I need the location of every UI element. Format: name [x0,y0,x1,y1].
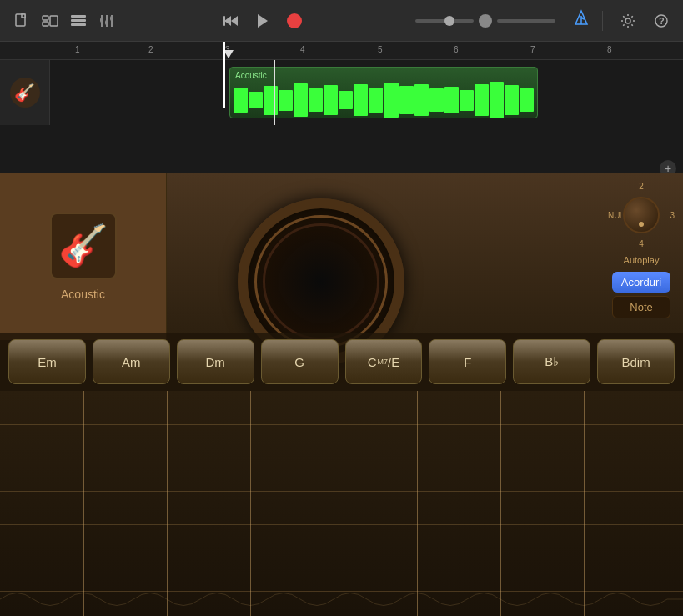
rewind-button[interactable] [218,8,244,34]
wave-bar [429,88,444,112]
ruler-mark-1: 1 [75,45,80,54]
settings-button[interactable] [616,9,640,33]
instrument-area: 🎸 Acoustic 2 3 4 NU 1 Autoplay Ac [0,173,683,616]
wave-bar [369,88,383,113]
svg-rect-3 [43,22,48,26]
chord-button[interactable]: B♭ [513,339,590,384]
wave-bar [414,84,429,116]
chord-button[interactable]: Bdim [597,339,675,384]
autoplay-knob[interactable] [623,197,660,233]
mixer-button[interactable] [95,9,118,33]
tracks-button[interactable] [67,9,90,33]
autoplay-knob-container: 2 3 4 NU 1 [608,182,675,248]
toolbar-right: ? [599,9,673,33]
fret-line-4 [0,524,683,525]
ruler-mark-2: 2 [148,45,153,54]
chord-button[interactable]: Am [93,339,170,384]
wave-bar [444,87,459,113]
svg-rect-16 [223,16,225,26]
waveform-decoration [0,583,683,616]
wave-bar [279,90,293,111]
toolbar: ? [0,0,683,42]
fret-line-1 [0,424,683,425]
ruler-mark-6: 6 [454,45,459,54]
svg-rect-5 [71,15,86,18]
play-button[interactable] [249,8,276,34]
svg-point-21 [625,18,630,23]
knob-label-right: 3 [670,211,675,220]
volume-slider[interactable] [415,19,474,23]
svg-rect-7 [71,23,86,26]
new-document-button[interactable] [10,9,33,33]
wave-bar [384,83,398,118]
wave-bar [490,82,504,118]
mode-buttons: Acorduri Note [612,272,670,318]
knob-dot [639,222,644,227]
svg-marker-17 [258,14,268,28]
wave-bar [234,88,248,113]
clip-label: Acoustic [232,69,270,82]
tracks-area: 🎸 Acoustic [0,60,683,125]
record-button[interactable] [281,8,308,34]
chord-buttons: EmAmDmGCM7/EFB♭Bdim [0,333,683,391]
knob-label-bottom: 4 [639,239,644,248]
wave-bar [520,88,534,112]
svg-marker-14 [224,16,231,26]
svg-rect-13 [110,16,113,21]
svg-marker-15 [231,16,238,26]
wave-bar [324,85,338,115]
knob-label-1: 1 [618,211,623,220]
acoustic-clip[interactable]: Acoustic [229,67,538,118]
svg-rect-6 [71,19,86,22]
wave-bar [264,86,278,115]
track-icon: 🎸 [10,78,40,108]
instrument-name: Acoustic [61,288,105,301]
acorduri-button[interactable]: Acorduri [612,272,670,293]
chord-button[interactable]: Dm [177,339,254,384]
fret-line-2 [0,458,683,458]
playhead [223,42,225,108]
note-button[interactable]: Note [612,296,670,318]
fret-line-3 [0,491,683,492]
wave-bar [505,85,519,115]
help-button[interactable]: ? [650,9,673,33]
transport-controls [218,8,308,34]
wave-bar [475,84,489,116]
wave-bar [309,88,323,112]
svg-rect-1 [22,14,25,18]
chord-button[interactable]: G [261,339,339,384]
ruler-mark-7: 7 [530,45,535,54]
master-slider[interactable] [497,19,555,23]
track-content: Acoustic [50,60,683,125]
ruler-mark-5: 5 [378,45,383,54]
ruler-mark-8: 8 [607,45,612,54]
track-header: 🎸 [0,60,50,125]
metronome-button[interactable] [572,9,590,32]
chord-button[interactable]: Em [8,339,86,384]
svg-rect-12 [105,20,108,25]
toolbar-left [10,9,118,33]
autoplay-section: 2 3 4 NU 1 Autoplay Acorduri Note [608,182,675,318]
wave-bar [339,91,353,109]
instrument-panel: 🎸 Acoustic [0,173,167,340]
view-mode-button[interactable] [38,9,62,33]
wave-bar [399,86,414,114]
fret-line-5 [0,558,683,558]
playhead-track-line [274,60,275,125]
svg-text:?: ? [659,16,665,26]
volume-circle-icon [479,14,492,28]
ruler-mark-4: 4 [300,45,305,54]
strings-area [0,391,683,616]
ruler-marks: 1 2 3 4 5 6 7 8 [50,42,683,59]
wave-bar [354,84,368,116]
timeline-ruler: 1 2 3 4 5 6 7 8 [0,42,683,60]
volume-knob[interactable] [444,16,454,26]
soundhole-ring-middle [263,223,379,340]
wave-bar [460,90,474,111]
chord-button[interactable]: CM7/E [345,339,423,384]
chord-button[interactable]: F [429,339,506,384]
divider [602,11,603,31]
top-bar: ? 1 2 3 4 5 6 7 8 🎸 Acoustic [0,0,683,108]
svg-rect-11 [100,18,103,23]
clip-waveform [230,83,537,118]
